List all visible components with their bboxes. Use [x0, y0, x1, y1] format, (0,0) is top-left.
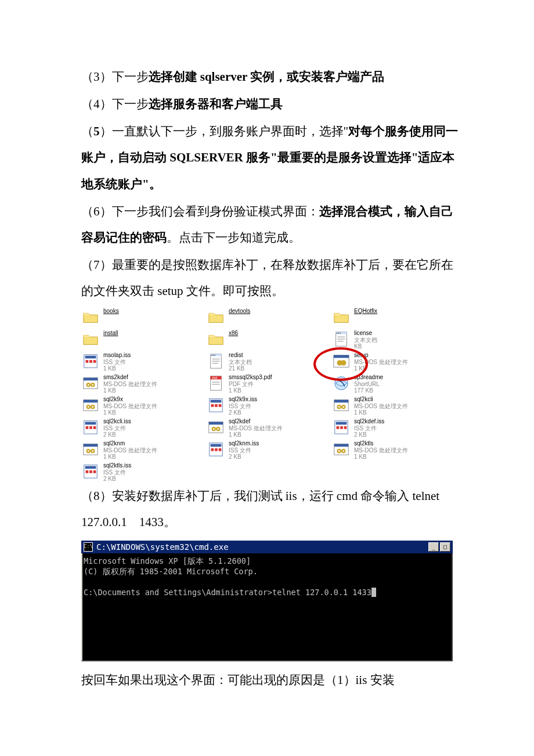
file-item: setupMS-DOS 批处理文件1 KB	[332, 352, 453, 372]
file-item: sql2ktls.issISS 文件2 KB	[81, 462, 202, 482]
folder-icon	[207, 308, 225, 326]
step-6-prefix: （6）下一步我们会看到身份验证模式界面：	[81, 204, 319, 218]
file-item: sql2k9xMS-DOS 批处理文件1 KB	[81, 396, 202, 416]
step-8: （8）安装好数据库补丁后，我们测试 iis，运行 cmd 命令输入 telnet…	[81, 483, 459, 535]
file-item: sql2knmMS-DOS 批处理文件1 KB	[81, 440, 202, 460]
svg-rect-80	[219, 448, 222, 451]
svg-rect-89	[86, 470, 89, 473]
svg-rect-9	[85, 356, 96, 359]
svg-point-20	[214, 355, 215, 356]
file-meta-type: 文本文档	[229, 359, 252, 366]
file-item: msolap.issISS 文件1 KB	[81, 352, 202, 372]
cmd-window-screenshot: C:\ C:\WINDOWS\system32\cmd.exe _ □ Micr…	[81, 541, 453, 661]
svg-rect-44	[211, 400, 222, 403]
file-item: sql2knm.issISS 文件2 KB	[207, 440, 327, 460]
step-6: （6）下一步我们会看到身份验证模式界面：选择混合模式，输入自己容易记住的密码。点…	[81, 199, 459, 251]
file-meta-size: 1 KB	[103, 365, 131, 372]
folder-icon	[81, 308, 100, 326]
txt-icon	[207, 352, 225, 370]
file-meta-size: 1 KB	[354, 409, 408, 416]
cmd-body: Microsoft Windows XP [版本 5.1.2600] (C) 版…	[81, 553, 453, 661]
iss-icon	[81, 352, 100, 370]
svg-rect-22	[334, 355, 349, 358]
svg-point-42	[92, 406, 93, 408]
file-meta-type: ShortURL	[354, 381, 383, 388]
svg-rect-38	[84, 400, 98, 403]
bat-icon	[81, 374, 100, 393]
file-meta-size: 1 KB	[354, 365, 408, 372]
file-item: devtools	[207, 308, 327, 327]
file-item: sms2kdefMS-DOS 批处理文件1 KB	[81, 374, 202, 394]
file-name: sql2knm	[103, 440, 157, 447]
file-item: license文本文档KB	[332, 330, 453, 350]
txt-icon	[332, 330, 351, 348]
svg-point-18	[211, 355, 212, 356]
file-name: sp3readme	[354, 374, 383, 381]
cmd-line-2: (C) 版权所有 1985-2001 Microsoft Corp.	[84, 567, 258, 576]
file-meta-type: MS-DOS 批处理文件	[103, 403, 157, 410]
step-6-suffix: 。点击下一步知道完成。	[167, 231, 301, 244]
file-item: EQHotfix	[332, 308, 453, 327]
file-name: install	[103, 330, 118, 337]
step-4: （4）下一步选择服务器和客户端工具	[81, 91, 459, 117]
iss-icon	[81, 462, 100, 481]
file-meta-type: MS-DOS 批处理文件	[229, 425, 283, 432]
file-item: sql2kcli.issISS 文件2 KB	[81, 418, 202, 438]
svg-rect-60	[209, 422, 223, 425]
folder-icon	[207, 330, 225, 348]
file-meta-size: 1 KB	[103, 387, 157, 394]
svg-point-6	[338, 333, 339, 334]
step-4-bold: 选择服务器和客户端工具	[149, 97, 283, 111]
file-name: sql2kdef	[229, 418, 283, 425]
cmd-prompt: C:\Documents and Settings\Administrator>…	[84, 588, 371, 597]
iss-icon	[207, 396, 225, 415]
file-name: books	[103, 308, 119, 315]
svg-point-74	[88, 451, 89, 452]
bat-icon	[207, 418, 225, 437]
file-meta-size: 1 KB	[103, 409, 157, 416]
step-5-num: 5	[93, 124, 100, 138]
bat-icon	[332, 440, 351, 459]
file-meta-size: 2 KB	[103, 431, 131, 438]
file-meta-size: 1 KB	[354, 453, 408, 460]
file-meta-size: 1 KB	[229, 431, 283, 438]
file-meta-size: 177 KB	[354, 387, 383, 394]
file-meta-size: 1 KB	[103, 453, 157, 460]
file-name: license	[354, 330, 377, 337]
svg-point-75	[92, 451, 93, 452]
file-item: PDFsmssql2ksp3.pdfPDF 文件1 KB	[207, 374, 327, 394]
iss-icon	[81, 418, 100, 437]
file-meta-type: ISS 文件	[354, 425, 384, 432]
svg-rect-88	[85, 466, 96, 469]
file-meta-size: 2 KB	[354, 431, 384, 438]
svg-point-5	[337, 333, 338, 334]
svg-rect-56	[86, 426, 89, 429]
cmd-cursor: _	[371, 588, 376, 597]
file-item: redist文本文档21 KB	[207, 352, 327, 372]
svg-rect-55	[85, 422, 96, 425]
file-item: sql2kdef.issISS 文件2 KB	[332, 418, 453, 438]
file-meta-type: PDF 文件	[229, 381, 272, 388]
step-3-bold: 选择创建 sqlserver 实例，或安装客户端产品	[149, 70, 385, 84]
file-name: redist	[229, 352, 252, 359]
file-meta-type: MS-DOS 批处理文件	[354, 403, 408, 410]
file-item: sql2kcliMS-DOS 批处理文件1 KB	[332, 396, 453, 416]
file-meta-size: 2 KB	[229, 409, 257, 416]
file-name: sql2kcli	[354, 396, 408, 403]
cmd-titlebar: C:\ C:\WINDOWS\system32\cmd.exe _ □	[81, 541, 453, 553]
file-explorer-screenshot: booksdevtoolsEQHotfixinstallx86license文本…	[81, 308, 453, 482]
file-item: x86	[207, 330, 327, 350]
svg-rect-68	[340, 426, 343, 429]
file-name: sql2kcli.iss	[103, 418, 131, 425]
svg-rect-58	[93, 426, 96, 429]
file-name: setup	[354, 352, 408, 359]
file-meta-size: 2 KB	[229, 453, 259, 460]
step-9: 按回车如果出现这个界面：可能出现的原因是（1）iis 安装	[81, 667, 459, 693]
file-meta-size: 2 KB	[103, 476, 131, 483]
file-item: books	[81, 308, 202, 327]
step-5-c: ）一直默认下一步，到服务账户界面时，选择"	[100, 124, 349, 138]
file-item: sql2ktlsMS-DOS 批处理文件1 KB	[332, 440, 453, 460]
setup-icon	[332, 352, 351, 370]
svg-point-86	[342, 451, 344, 452]
svg-rect-78	[211, 448, 214, 451]
